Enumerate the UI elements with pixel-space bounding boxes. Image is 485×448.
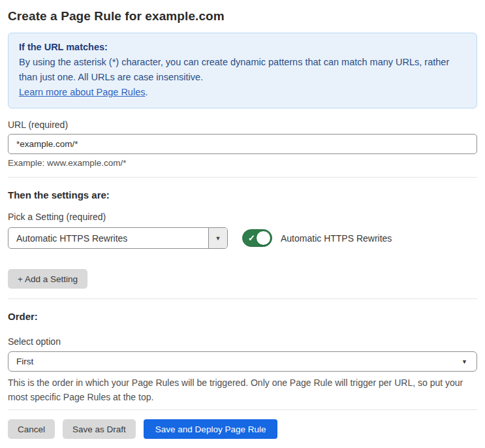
order-helper-text: This is the order in which your Page Rul… [8, 376, 465, 404]
footer-actions: Cancel Save as Draft Save and Deploy Pag… [8, 419, 477, 439]
setting-select-arrow-button[interactable]: ▼ [208, 228, 227, 248]
learn-more-link[interactable]: Learn more about Page Rules [19, 87, 145, 97]
info-box-link-line: Learn more about Page Rules. [19, 85, 466, 100]
toggle-knob [257, 231, 270, 245]
check-icon: ✓ [248, 234, 255, 242]
create-page-rule-form: Create a Page Rule for example.com If th… [0, 0, 485, 448]
order-select[interactable]: First ▼ [8, 351, 477, 372]
divider [8, 177, 477, 178]
info-box-body: By using the asterisk (*) character, you… [19, 55, 466, 85]
url-matches-info-box: If the URL matches: By using the asteris… [8, 33, 477, 108]
divider [8, 298, 477, 299]
settings-section-heading: Then the settings are: [8, 189, 477, 200]
cancel-button[interactable]: Cancel [8, 419, 55, 439]
setting-picker-row: Automatic HTTPS Rewrites ▼ ✓ Automatic H… [8, 227, 477, 249]
url-field-label: URL (required) [8, 120, 477, 130]
url-input[interactable] [8, 134, 477, 154]
save-and-deploy-button[interactable]: Save and Deploy Page Rule [144, 419, 278, 439]
url-example-helper: Example: www.example.com/* [8, 158, 477, 168]
setting-select[interactable]: Automatic HTTPS Rewrites ▼ [8, 227, 228, 249]
link-period: . [145, 87, 148, 97]
add-setting-button[interactable]: + Add a Setting [8, 269, 87, 289]
toggle-label: Automatic HTTPS Rewrites [281, 233, 392, 244]
pick-setting-label: Pick a Setting (required) [8, 212, 477, 222]
save-as-draft-button[interactable]: Save as Draft [63, 419, 136, 439]
divider [8, 409, 477, 410]
page-title: Create a Page Rule for example.com [8, 9, 477, 24]
setting-select-value: Automatic HTTPS Rewrites [8, 228, 208, 248]
chevron-down-icon: ▼ [462, 359, 467, 365]
https-rewrites-toggle[interactable]: ✓ [242, 229, 272, 247]
order-select-label: Select option [8, 336, 477, 347]
info-box-heading: If the URL matches: [19, 40, 466, 55]
order-select-value: First [16, 357, 33, 366]
order-section-heading: Order: [8, 311, 477, 322]
chevron-down-icon: ▼ [215, 235, 221, 242]
